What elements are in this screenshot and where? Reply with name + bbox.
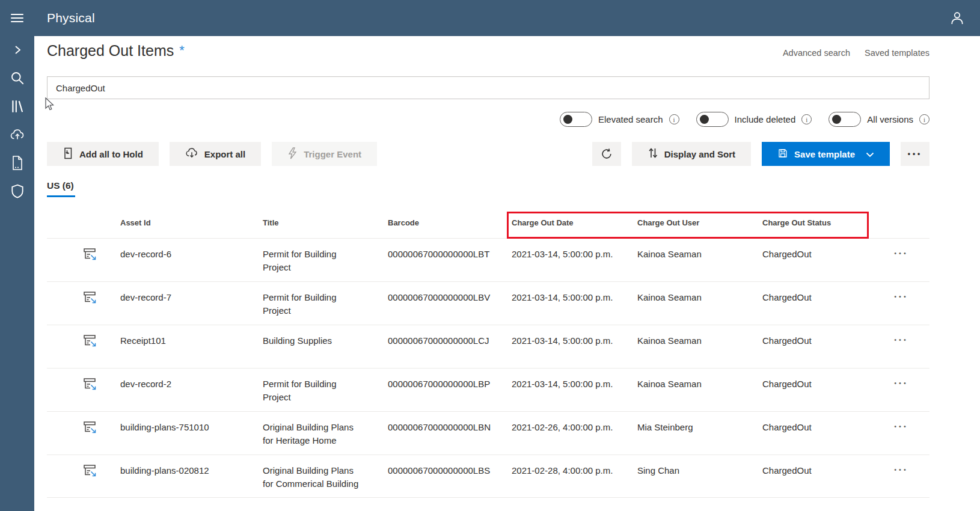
cell-asset-id: Receipt101 bbox=[120, 325, 263, 368]
cell-charge-out-status: ChargedOut bbox=[762, 282, 883, 325]
trigger-event-button[interactable]: Trigger Event bbox=[272, 142, 377, 166]
cell-charge-out-status: ChargedOut bbox=[762, 325, 883, 368]
record-charged-out-icon[interactable] bbox=[47, 239, 120, 281]
table-row[interactable]: dev-record-6 Permit for Building Project… bbox=[47, 238, 929, 281]
elevated-search-info-icon[interactable]: i bbox=[669, 114, 679, 124]
record-charged-out-icon[interactable] bbox=[47, 369, 120, 411]
add-all-to-hold-button[interactable]: Add all to Hold bbox=[47, 142, 159, 166]
table-row[interactable]: Receipt101 Building Supplies 00000067000… bbox=[47, 325, 929, 368]
cell-charge-out-date: 2021-03-14, 5:00:00 p.m. bbox=[512, 325, 637, 368]
results-group-tab-us[interactable]: US (6) bbox=[47, 180, 75, 197]
cell-charge-out-date: 2021-02-26, 4:00:00 p.m. bbox=[512, 412, 637, 454]
search-options-row: Elevated search i Include deleted i All … bbox=[560, 112, 929, 127]
cell-charge-out-user: Mia Steinberg bbox=[637, 412, 762, 454]
mouse-cursor bbox=[44, 97, 55, 114]
cloud-download-icon bbox=[185, 147, 198, 161]
column-header-barcode: Barcode bbox=[388, 218, 512, 227]
toolbar-right: Display and Sort Save template ••• bbox=[592, 142, 929, 166]
cell-charge-out-user: Kainoa Seaman bbox=[637, 325, 762, 368]
saved-templates-link[interactable]: Saved templates bbox=[865, 48, 929, 58]
chevron-down-icon bbox=[866, 149, 874, 159]
column-header-asset-id: Asset Id bbox=[120, 218, 263, 227]
row-more-button[interactable]: ••• bbox=[883, 455, 929, 497]
cell-asset-id: dev-record-2 bbox=[120, 369, 263, 411]
user-account-icon[interactable] bbox=[949, 10, 966, 26]
library-shelf-icon[interactable] bbox=[10, 99, 25, 114]
results-table: Asset Id Title Barcode Charge Out Date C… bbox=[47, 207, 929, 498]
cell-title: Permit for Building Project bbox=[263, 369, 388, 411]
cloud-upload-icon[interactable] bbox=[10, 127, 25, 142]
search-icon[interactable] bbox=[10, 70, 25, 86]
elevated-search-label: Elevated search bbox=[598, 114, 663, 124]
include-deleted-info-icon[interactable]: i bbox=[801, 114, 812, 124]
cell-charge-out-user: Kainoa Seaman bbox=[637, 239, 762, 281]
table-row[interactable]: building-plans-020812 Original Building … bbox=[47, 454, 929, 498]
expand-sidebar-chevron-icon[interactable] bbox=[10, 42, 25, 58]
all-versions-toggle[interactable] bbox=[828, 112, 861, 127]
cell-charge-out-status: ChargedOut bbox=[762, 455, 883, 497]
cell-barcode: 00000067000000000LBN bbox=[388, 412, 512, 454]
cell-title: Original Building Plans for Commerical B… bbox=[263, 455, 388, 497]
cell-asset-id: building-plans-020812 bbox=[120, 455, 263, 497]
cell-asset-id: building-plans-751010 bbox=[120, 412, 263, 454]
cell-charge-out-date: 2021-03-14, 5:00:00 p.m. bbox=[512, 239, 637, 281]
save-template-button[interactable]: Save template bbox=[762, 142, 890, 166]
top-bar: Physical bbox=[0, 0, 980, 36]
page-title-row: Charged Out Items * bbox=[47, 42, 185, 60]
record-charged-out-icon[interactable] bbox=[47, 455, 120, 497]
lightning-event-icon bbox=[287, 147, 298, 161]
cell-asset-id: dev-record-7 bbox=[120, 282, 263, 325]
cell-charge-out-user: Kainoa Seaman bbox=[637, 369, 762, 411]
advanced-search-link[interactable]: Advanced search bbox=[783, 48, 850, 58]
app-window: Physical bbox=[0, 0, 980, 511]
cell-title: Permit for Building Project bbox=[263, 239, 388, 281]
record-charged-out-icon[interactable] bbox=[47, 325, 120, 368]
elevated-search-toggle[interactable] bbox=[560, 112, 592, 127]
save-disk-icon bbox=[777, 148, 788, 161]
display-and-sort-button[interactable]: Display and Sort bbox=[632, 142, 751, 166]
table-row[interactable]: dev-record-7 Permit for Building Project… bbox=[47, 281, 929, 325]
all-versions-info-icon[interactable]: i bbox=[919, 114, 929, 124]
column-header-charge-out-user: Charge Out User bbox=[637, 218, 762, 227]
table-header-row: Asset Id Title Barcode Charge Out Date C… bbox=[47, 207, 929, 238]
cell-asset-id: dev-record-6 bbox=[120, 239, 263, 281]
row-more-button[interactable]: ••• bbox=[883, 412, 929, 454]
column-header-title: Title bbox=[263, 218, 388, 227]
row-more-button[interactable]: ••• bbox=[883, 282, 929, 325]
cell-barcode: 00000067000000000LBT bbox=[388, 239, 512, 281]
hamburger-menu-icon[interactable] bbox=[0, 11, 34, 25]
cell-title: Building Supplies bbox=[263, 325, 388, 368]
cell-charge-out-status: ChargedOut bbox=[762, 369, 883, 411]
include-deleted-label: Include deleted bbox=[735, 114, 796, 124]
cell-charge-out-date: 2021-02-28, 4:00:00 p.m. bbox=[512, 455, 637, 497]
record-charged-out-icon[interactable] bbox=[47, 412, 120, 454]
row-more-button[interactable]: ••• bbox=[883, 369, 929, 411]
app-title: Physical bbox=[47, 11, 95, 25]
cell-charge-out-date: 2021-03-14, 5:00:00 p.m. bbox=[512, 282, 637, 325]
export-all-button[interactable]: Export all bbox=[170, 142, 261, 166]
unsaved-changes-marker: * bbox=[179, 43, 185, 58]
column-header-charge-out-date: Charge Out Date bbox=[512, 218, 637, 227]
refresh-button[interactable] bbox=[592, 142, 621, 166]
table-row[interactable]: dev-record-2 Permit for Building Project… bbox=[47, 368, 929, 411]
cell-title: Permit for Building Project bbox=[263, 282, 388, 325]
column-header-charge-out-status: Charge Out Status bbox=[762, 218, 883, 227]
left-sidebar bbox=[0, 36, 34, 511]
record-charged-out-icon[interactable] bbox=[47, 282, 120, 325]
search-input[interactable] bbox=[47, 76, 929, 99]
table-row[interactable]: building-plans-751010 Original Building … bbox=[47, 411, 929, 454]
cell-charge-out-user: Kainoa Seaman bbox=[637, 282, 762, 325]
document-icon[interactable] bbox=[10, 155, 25, 171]
shield-security-icon[interactable] bbox=[10, 183, 25, 199]
all-versions-label: All versions bbox=[867, 114, 913, 124]
row-more-button[interactable]: ••• bbox=[883, 239, 929, 281]
more-actions-button[interactable]: ••• bbox=[901, 142, 929, 166]
cell-charge-out-status: ChargedOut bbox=[762, 239, 883, 281]
cell-charge-out-status: ChargedOut bbox=[762, 412, 883, 454]
row-more-button[interactable]: ••• bbox=[883, 325, 929, 368]
toolbar-left: Add all to Hold Export all Trigger Event bbox=[47, 142, 377, 166]
cell-charge-out-date: 2021-03-14, 5:00:00 p.m. bbox=[512, 369, 637, 411]
include-deleted-toggle[interactable] bbox=[696, 112, 729, 127]
cell-barcode: 00000067000000000LBV bbox=[388, 282, 512, 325]
cell-title: Original Building Plans for Heritage Hom… bbox=[263, 412, 388, 454]
